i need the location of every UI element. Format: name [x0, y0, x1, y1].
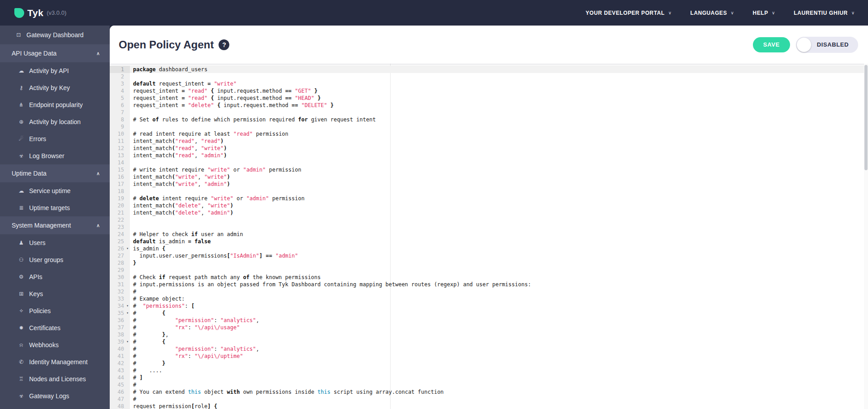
code-line[interactable]: 8# Set of rules to define which permissi…	[110, 116, 868, 123]
code-line[interactable]: 25default is_admin = false	[110, 238, 868, 245]
code-line[interactable]: 16intent_match("write", "write")	[110, 173, 868, 181]
line-number[interactable]: 26▾	[110, 245, 130, 252]
code-line[interactable]: 31# input.permissions is an object passe…	[110, 281, 868, 288]
code-line[interactable]: 19# delete intent require "write" or "ad…	[110, 195, 868, 202]
code-line[interactable]: 23	[110, 224, 868, 231]
line-number[interactable]: 24	[110, 231, 130, 238]
code-line[interactable]: 47#	[110, 396, 868, 403]
sidebar-item-policies[interactable]: ✧Policies	[0, 302, 110, 319]
sidebar-item-errors[interactable]: ☄Errors	[0, 130, 110, 147]
sidebar-item-nodes-and-licenses[interactable]: ♖Nodes and Licenses	[0, 370, 110, 387]
save-button[interactable]: SAVE	[753, 37, 790, 52]
sidebar-item-gateway-logs[interactable]: ☣Gateway Logs	[0, 387, 110, 405]
code-line[interactable]: 30# Check if request path match any of t…	[110, 274, 868, 281]
code-line[interactable]: 10# read intent require at least "read" …	[110, 130, 868, 138]
code-line[interactable]: 11intent_match("read", "read")	[110, 138, 868, 145]
line-number[interactable]: 21	[110, 209, 130, 216]
sidebar-item-log-browser[interactable]: ☣Log Browser	[0, 147, 110, 164]
fold-arrow-icon[interactable]: ▾	[124, 302, 129, 310]
line-number[interactable]: 17	[110, 181, 130, 188]
code-line[interactable]: 20intent_match("delete", "write")	[110, 202, 868, 209]
code-editor[interactable]: 1package dashboard_users23default reques…	[110, 64, 868, 409]
fold-arrow-icon[interactable]: ▾	[124, 338, 129, 345]
line-number[interactable]: 16	[110, 173, 130, 181]
nav-menu-your-developer-portal[interactable]: YOUR DEVELOPER PORTAL∨	[585, 10, 671, 16]
code-line[interactable]: 41# "rx": "\/api\/uptime"	[110, 353, 868, 360]
code-line[interactable]: 40# "permission": "analytics",	[110, 345, 868, 353]
code-line[interactable]: 12intent_match("read", "write")	[110, 145, 868, 152]
line-number[interactable]: 46	[110, 388, 130, 396]
line-number[interactable]: 22	[110, 216, 130, 224]
line-number[interactable]: 23	[110, 224, 130, 231]
nav-menu-languages[interactable]: LANGUAGES∨	[690, 10, 734, 16]
code-line[interactable]: 1package dashboard_users	[110, 66, 868, 73]
line-number[interactable]: 25	[110, 238, 130, 245]
line-number[interactable]: 9	[110, 123, 130, 130]
sidebar-item-user-groups[interactable]: ⚇User groups	[0, 251, 110, 268]
line-number[interactable]: 29	[110, 267, 130, 274]
sidebar-section-api-usage-data[interactable]: API Usage Data∧	[0, 44, 110, 62]
sidebar-item-identity-management[interactable]: ✆Identity Management	[0, 353, 110, 370]
line-number[interactable]: 28	[110, 259, 130, 267]
line-number[interactable]: 34▾	[110, 302, 130, 310]
sidebar-item-activity-by-location[interactable]: ⊕Activity by location	[0, 113, 110, 130]
sidebar-item-uptime-targets[interactable]: ≣Uptime targets	[0, 199, 110, 216]
code-line[interactable]: 37# "rx": "\/api\/usage"	[110, 324, 868, 331]
code-line[interactable]: 2	[110, 73, 868, 80]
line-number[interactable]: 11	[110, 138, 130, 145]
line-number[interactable]: 15	[110, 166, 130, 173]
line-number[interactable]: 44	[110, 374, 130, 381]
line-number[interactable]: 48	[110, 403, 130, 409]
code-line[interactable]: 7	[110, 109, 868, 116]
line-number[interactable]: 30	[110, 274, 130, 281]
code-line[interactable]: 34▾# "permissions": [	[110, 302, 868, 310]
line-number[interactable]: 38	[110, 331, 130, 338]
line-number[interactable]: 47	[110, 396, 130, 403]
line-number[interactable]: 8	[110, 116, 130, 123]
code-line[interactable]: 39▾# {	[110, 338, 868, 345]
line-number[interactable]: 33	[110, 295, 130, 302]
line-number[interactable]: 36	[110, 317, 130, 324]
sidebar-item-service-uptime[interactable]: ☁Service uptime	[0, 182, 110, 199]
sidebar-item-endpoint-popularity[interactable]: ⋔Endpoint popularity	[0, 96, 110, 113]
code-line[interactable]: 42# }	[110, 360, 868, 367]
code-line[interactable]: 43# ....	[110, 367, 868, 374]
line-number[interactable]: 37	[110, 324, 130, 331]
code-line[interactable]: 28}	[110, 259, 868, 267]
nav-menu-help[interactable]: HELP∨	[753, 10, 775, 16]
code-line[interactable]: 24# Helper to check if user an admin	[110, 231, 868, 238]
enabled-toggle[interactable]: DISABLED	[796, 37, 858, 53]
line-number[interactable]: 4	[110, 87, 130, 95]
code-line[interactable]: 17intent_match("write", "admin")	[110, 181, 868, 188]
code-line[interactable]: 27 input.user.user_permissions["IsAdmin"…	[110, 252, 868, 259]
code-line[interactable]: 6request_intent = "delete" { input.reque…	[110, 102, 868, 109]
brand[interactable]: Tyk (v3.0.0)	[14, 8, 66, 18]
sidebar-item-users[interactable]: ♟Users	[0, 234, 110, 251]
code-line[interactable]: 15# write intent require "write" or "adm…	[110, 166, 868, 173]
code-line[interactable]: 38# },	[110, 331, 868, 338]
code-line[interactable]: 45#	[110, 381, 868, 388]
sidebar-item-apis[interactable]: ⚙APIs	[0, 268, 110, 285]
code-line[interactable]: 35▾# {	[110, 310, 868, 317]
line-number[interactable]: 2	[110, 73, 130, 80]
sidebar-item-certificates[interactable]: ✹Certificates	[0, 319, 110, 336]
sidebar-item-activity-by-key[interactable]: ⚷Activity by Key	[0, 79, 110, 96]
code-line[interactable]: 44# ]	[110, 374, 868, 381]
code-line[interactable]: 46# You can extend this object with own …	[110, 388, 868, 396]
line-number[interactable]: 3	[110, 80, 130, 87]
sidebar-section-system-management[interactable]: System Management∧	[0, 216, 110, 234]
line-number[interactable]: 7	[110, 109, 130, 116]
line-number[interactable]: 43	[110, 367, 130, 374]
editor-scrollbar-thumb[interactable]	[864, 65, 868, 170]
line-number[interactable]: 42	[110, 360, 130, 367]
line-number[interactable]: 6	[110, 102, 130, 109]
line-number[interactable]: 40	[110, 345, 130, 353]
code-line[interactable]: 5request_intent = "read" { input.request…	[110, 95, 868, 102]
code-line[interactable]: 13intent_match("read", "admin")	[110, 152, 868, 159]
line-number[interactable]: 39▾	[110, 338, 130, 345]
code-line[interactable]: 22	[110, 216, 868, 224]
code-line[interactable]: 36# "permission": "analytics",	[110, 317, 868, 324]
code-line[interactable]: 21intent_match("delete", "admin")	[110, 209, 868, 216]
code-line[interactable]: 32#	[110, 288, 868, 295]
toggle-knob[interactable]	[797, 38, 811, 52]
